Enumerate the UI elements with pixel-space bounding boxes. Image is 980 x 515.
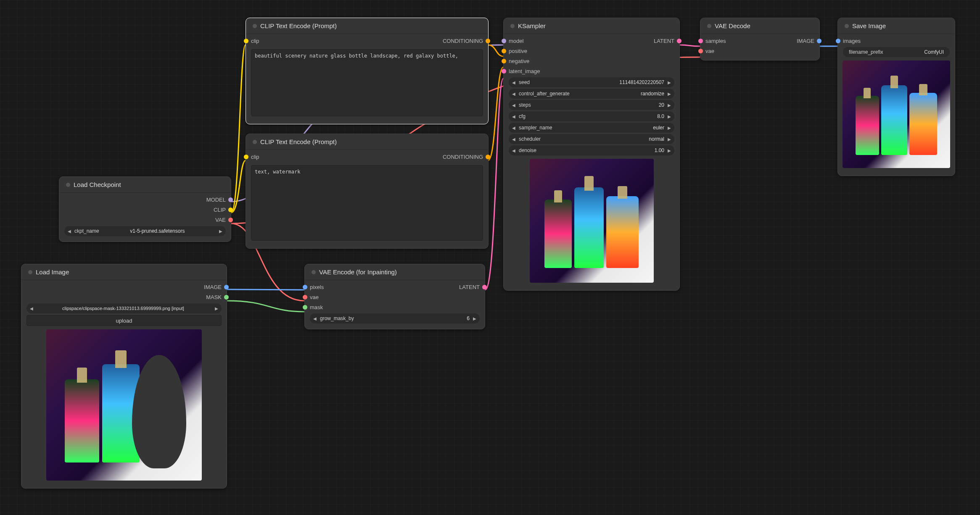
port-model[interactable]: model (504, 36, 592, 46)
port-pixels[interactable]: pixels (305, 282, 395, 292)
port-label: LATENT (654, 38, 674, 44)
port-samples[interactable]: samples (700, 36, 760, 46)
port-label: CONDITIONING (443, 38, 483, 44)
widget-value: 20 (659, 102, 666, 108)
arrow-right-icon[interactable]: ▶ (666, 136, 673, 142)
node-header[interactable]: CLIP Text Encode (Prompt) (246, 134, 488, 150)
widget-value: 1114814202220507 (619, 79, 666, 85)
port-label: clip (251, 38, 259, 44)
node-clip-text-encode-positive[interactable]: CLIP Text Encode (Prompt) clip CONDITION… (246, 18, 489, 124)
arrow-right-icon[interactable]: ▶ (217, 228, 224, 234)
port-positive[interactable]: positive (504, 46, 679, 56)
collapse-icon (510, 24, 515, 28)
arrow-left-icon[interactable]: ◀ (510, 90, 517, 97)
port-label: images (843, 38, 861, 44)
widget-value: 1.00 (655, 147, 666, 153)
port-clip[interactable]: clip (246, 152, 367, 162)
arrow-right-icon[interactable]: ▶ (666, 102, 673, 108)
prompt-textarea[interactable]: text, watermark (251, 165, 483, 241)
widget-label: cfg (517, 113, 526, 119)
arrow-left-icon[interactable]: ◀ (312, 315, 318, 322)
node-header[interactable]: VAE Decode (700, 18, 819, 34)
port-image[interactable]: IMAGE (21, 282, 227, 292)
filename-prefix-widget[interactable]: filename_prefix ComfyUI (843, 47, 950, 57)
port-conditioning[interactable]: CONDITIONING (367, 152, 488, 162)
arrow-left-icon[interactable]: ◀ (510, 102, 517, 108)
node-load-checkpoint[interactable]: Load Checkpoint MODEL CLIP VAE ◀ ckpt_na… (59, 176, 231, 242)
param-seed[interactable]: ◀seed1114814202220507▶ (509, 77, 674, 87)
port-label: pixels (310, 284, 324, 290)
arrow-left-icon[interactable]: ◀ (510, 124, 517, 131)
port-vae[interactable]: vae (700, 46, 819, 56)
param-control_after_generate[interactable]: ◀control_after_generaterandomize▶ (509, 89, 674, 99)
widget-label: denoise (517, 147, 536, 153)
arrow-left-icon[interactable]: ◀ (510, 79, 517, 86)
arrow-right-icon[interactable]: ▶ (666, 124, 673, 131)
node-header[interactable]: VAE Encode (for Inpainting) (305, 264, 485, 280)
param-cfg[interactable]: ◀cfg8.0▶ (509, 111, 674, 121)
node-title: CLIP Text Encode (Prompt) (260, 22, 337, 29)
port-conditioning[interactable]: CONDITIONING (367, 36, 488, 46)
bottle-icon (574, 187, 604, 268)
arrow-right-icon[interactable]: ▶ (213, 305, 220, 312)
param-denoise[interactable]: ◀denoise1.00▶ (509, 145, 674, 155)
node-header[interactable]: Save Image (838, 18, 955, 34)
port-latent[interactable]: LATENT (395, 282, 485, 292)
node-load-image[interactable]: Load Image IMAGE MASK ◀ clipspace/clipsp… (21, 264, 227, 489)
widget-value: clipspace/clipspace-mask-133321013.69999… (35, 306, 213, 311)
param-sampler_name[interactable]: ◀sampler_nameeuler▶ (509, 123, 674, 133)
port-mask[interactable]: MASK (21, 292, 227, 302)
port-mask[interactable]: mask (305, 302, 485, 312)
upload-button[interactable]: upload (26, 315, 222, 326)
arrow-right-icon[interactable]: ▶ (471, 315, 478, 322)
node-header[interactable]: Load Image (21, 264, 227, 280)
arrow-right-icon[interactable]: ▶ (666, 79, 673, 86)
arrow-left-icon[interactable]: ◀ (66, 228, 73, 234)
port-dot-icon (482, 285, 487, 289)
node-title: Save Image (852, 22, 886, 29)
port-dot-icon (502, 59, 506, 63)
widget-label: scheduler (517, 136, 541, 142)
param-scheduler[interactable]: ◀schedulernormal▶ (509, 134, 674, 144)
param-steps[interactable]: ◀steps20▶ (509, 100, 674, 110)
arrow-left-icon[interactable]: ◀ (510, 113, 517, 120)
port-clip[interactable]: clip (246, 36, 367, 46)
port-negative[interactable]: negative (504, 56, 679, 66)
port-vae[interactable]: vae (305, 292, 485, 302)
ckpt-name-widget[interactable]: ◀ ckpt_name v1-5-pruned.safetensors ▶ (64, 226, 226, 236)
node-save-image[interactable]: Save Image images filename_prefix ComfyU… (837, 18, 955, 176)
port-latent-image[interactable]: latent_image (504, 66, 679, 76)
port-dot-icon (502, 39, 506, 43)
port-dot-icon (224, 295, 229, 300)
image-path-widget[interactable]: ◀ clipspace/clipspace-mask-133321013.699… (26, 303, 222, 313)
bottle-icon (881, 85, 907, 155)
widget-label: ckpt_name (73, 228, 99, 234)
widget-label: steps (517, 102, 531, 108)
node-ksampler[interactable]: KSampler model LATENT positive negative … (503, 18, 680, 291)
port-image[interactable]: IMAGE (760, 36, 820, 46)
arrow-left-icon[interactable]: ◀ (510, 136, 517, 142)
grow-mask-widget[interactable]: ◀ grow_mask_by 6 ▶ (310, 313, 480, 323)
node-header[interactable]: CLIP Text Encode (Prompt) (246, 18, 488, 34)
port-dot-icon (698, 49, 703, 53)
arrow-right-icon[interactable]: ▶ (666, 90, 673, 97)
port-vae[interactable]: VAE (59, 215, 231, 225)
arrow-right-icon[interactable]: ▶ (666, 113, 673, 120)
arrow-left-icon[interactable]: ◀ (510, 147, 517, 154)
port-model[interactable]: MODEL (59, 194, 231, 205)
node-clip-text-encode-negative[interactable]: CLIP Text Encode (Prompt) clip CONDITION… (246, 134, 489, 249)
node-vae-encode-inpaint[interactable]: VAE Encode (for Inpainting) pixels LATEN… (304, 264, 485, 329)
port-dot-icon (817, 39, 822, 43)
node-header[interactable]: Load Checkpoint (59, 177, 231, 193)
port-latent[interactable]: LATENT (592, 36, 679, 46)
collapse-icon (253, 24, 257, 28)
arrow-left-icon[interactable]: ◀ (28, 305, 35, 312)
node-header[interactable]: KSampler (504, 18, 679, 34)
prompt-textarea[interactable]: beautiful scenery nature glass bottle la… (251, 49, 483, 116)
node-vae-decode[interactable]: VAE Decode samples IMAGE vae (700, 18, 820, 60)
port-clip[interactable]: CLIP (59, 205, 231, 215)
widget-label: filename_prefix (845, 49, 883, 55)
node-title: VAE Decode (715, 22, 750, 29)
arrow-right-icon[interactable]: ▶ (666, 147, 673, 154)
port-images[interactable]: images (838, 36, 955, 46)
